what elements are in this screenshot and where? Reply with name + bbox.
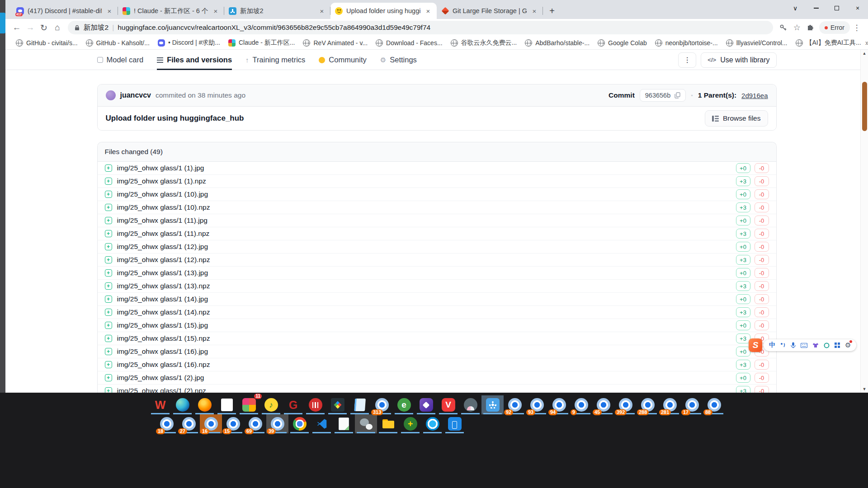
tab-training-metrics[interactable]: ↑Training metrics [245, 50, 305, 70]
parent-commit-link[interactable]: 2d916ea [741, 92, 768, 99]
file-link[interactable]: img/25_ohwx glass/1 (1).jpg [117, 164, 204, 172]
profile-error-pill[interactable]: Error [819, 21, 850, 34]
new-tab-button[interactable]: + [546, 5, 558, 17]
table-row[interactable]: +img/25_ohwx glass/1 (13).jpg+0-0 [98, 267, 776, 280]
extensions-puzzle-icon[interactable] [804, 21, 817, 34]
taskbar-icon-browser-profile[interactable]: 313 [371, 395, 393, 414]
bookmark-item[interactable]: lllyasviel/Control... [722, 38, 792, 47]
scroll-down-icon[interactable]: ▼ [861, 387, 868, 391]
taskbar-icon-browser-profile[interactable]: 392 [614, 395, 637, 414]
bookmark-item[interactable]: GitHub - civitai/s... [12, 38, 82, 47]
taskbar-icon-edge[interactable] [171, 395, 193, 414]
browser-tab[interactable]: ! Claude - 新工作区 - 6 个新项...× [118, 3, 224, 19]
taskbar-icon-browser-profile[interactable]: 45 [592, 395, 614, 414]
ime-toolbox-icon[interactable]: ⚙ [845, 341, 851, 349]
ime-chinese-mode[interactable]: 中 [769, 341, 775, 349]
browse-files-button[interactable]: Browse files [705, 110, 768, 127]
tab-files-and-versions[interactable]: Files and versions [157, 50, 232, 70]
ime-skin-icon[interactable] [812, 343, 819, 348]
tab-model-card[interactable]: Model card [97, 50, 144, 70]
ime-punct-icon[interactable] [780, 343, 786, 348]
use-with-library-button[interactable]: </> Use with library [701, 52, 776, 68]
browser-tab[interactable]: 417(417) Discord | #stable-diffusi...× [12, 3, 118, 19]
taskbar-icon-audio[interactable] [304, 395, 326, 414]
ime-circle-icon[interactable] [824, 343, 830, 348]
taskbar-icon-browser-profile[interactable]: 18 [156, 414, 178, 433]
table-row[interactable]: +img/25_ohwx glass/1 (15).npz+3-0 [98, 332, 776, 345]
table-row[interactable]: +img/25_ohwx glass/1 (11).npz+3-0 [98, 227, 776, 240]
taskbar-icon-eplus[interactable]: + [399, 414, 421, 433]
browser-tab[interactable]: 新加坡2× [224, 3, 330, 19]
page-scrollbar[interactable]: ▲ ▼ [860, 50, 868, 393]
file-link[interactable]: img/25_ohwx glass/1 (16).npz [117, 361, 210, 369]
file-link[interactable]: img/25_ohwx glass/1 (15).npz [117, 334, 210, 343]
maximize-button[interactable] [826, 0, 847, 16]
table-row[interactable]: +img/25_ohwx glass/1 (12).jpg+0-0 [98, 240, 776, 253]
file-link[interactable]: img/25_ohwx glass/1 (14).npz [117, 308, 210, 316]
taskbar-icon-browser-profile[interactable]: 39 [266, 414, 288, 433]
taskbar-icon-vscode[interactable] [311, 414, 333, 433]
taskbar-icon-phone[interactable] [443, 414, 466, 433]
taskbar-icon-document[interactable] [216, 395, 238, 414]
taskbar-icon-firefox[interactable] [193, 395, 216, 414]
tab-close-icon[interactable]: × [105, 7, 113, 15]
taskbar-icon-folder[interactable] [377, 414, 399, 433]
browser-tab[interactable]: Upload folder using huggingf...× [330, 3, 437, 19]
taskbar-icon-pot[interactable] [421, 414, 443, 433]
tab-close-icon[interactable]: × [212, 7, 220, 15]
bookmark-item[interactable]: Google Colab [594, 38, 651, 47]
taskbar-icon-browser-profile[interactable]: 9 [570, 395, 592, 414]
file-link[interactable]: img/25_ohwx glass/1 (1).npz [117, 177, 206, 185]
taskbar-icon-wechat[interactable] [355, 414, 377, 433]
file-link[interactable]: img/25_ohwx glass/1 (2).npz [117, 387, 206, 393]
file-link[interactable]: img/25_ohwx glass/1 (2).jpg [117, 374, 204, 382]
taskbar-icon-wps[interactable]: W [149, 395, 171, 414]
bookmark-item[interactable]: 谷歌云永久免费云... [447, 38, 521, 48]
taskbar-icon-browser-profile[interactable]: 288 [637, 395, 659, 414]
avatar[interactable] [106, 90, 116, 100]
file-link[interactable]: img/25_ohwx glass/1 (10).jpg [117, 190, 208, 198]
taskbar-icon-gridea[interactable]: G [282, 395, 304, 414]
copy-icon[interactable] [675, 92, 680, 99]
home-icon[interactable]: ⌂ [51, 21, 64, 34]
ime-mic-icon[interactable] [791, 342, 796, 348]
address-bar[interactable]: 新加坡2 | huggingface.co/juancvcv/realcarto… [68, 21, 773, 34]
taskbar-icon-notepad[interactable] [333, 414, 355, 433]
reload-icon[interactable]: ↻ [37, 21, 51, 34]
taskbar-icon-browser-profile[interactable]: 15 [222, 414, 244, 433]
bookmark-star-icon[interactable]: ☆ [790, 21, 804, 34]
password-key-icon[interactable] [777, 21, 790, 34]
taskbar-icon-music[interactable]: ♪ [260, 395, 282, 414]
table-row[interactable]: +img/25_ohwx glass/1 (14).npz+3-0 [98, 306, 776, 319]
taskbar-icon-browser-profile[interactable]: 92 [504, 395, 526, 414]
table-row[interactable]: +img/25_ohwx glass/1 (1).npz+3-0 [98, 175, 776, 188]
bookmark-item[interactable]: 【AI】免费AI工具... [792, 38, 865, 48]
bookmark-item[interactable]: neonbjb/tortoise-... [651, 38, 722, 47]
tab-close-icon[interactable]: × [530, 7, 538, 15]
taskbar-icon-vivaldi[interactable]: V [437, 395, 459, 414]
taskbar-icon-browser-profile[interactable]: 281 [659, 395, 681, 414]
table-row[interactable]: +img/25_ohwx glass/1 (2).npz+3-0 [98, 385, 776, 393]
taskbar-icon-terminal[interactable] [326, 395, 349, 414]
file-link[interactable]: img/25_ohwx glass/1 (12).jpg [117, 243, 208, 251]
taskbar-icon-network-app[interactable] [481, 395, 504, 414]
taskbar-icon-browser-profile[interactable]: 88 [703, 395, 725, 414]
ime-keyboard-icon[interactable] [801, 343, 807, 348]
table-row[interactable]: +img/25_ohwx glass/1 (14).jpg+0-0 [98, 293, 776, 306]
taskbar-icon-browser-profile[interactable]: 16 [200, 414, 222, 433]
file-link[interactable]: img/25_ohwx glass/1 (15).jpg [117, 321, 208, 329]
browser-menu-icon[interactable]: ⋮ [850, 21, 863, 34]
commit-hash-pill[interactable]: 963656b [640, 89, 686, 102]
bookmark-item[interactable]: • Discord | #求助... [154, 38, 224, 48]
taskbar-icon-photos[interactable]: 11 [238, 395, 260, 414]
bookmark-item[interactable]: GitHub - Kahsolt/... [82, 38, 154, 47]
close-button[interactable]: × [847, 0, 868, 16]
file-link[interactable]: img/25_ohwx glass/1 (13).npz [117, 282, 210, 290]
table-row[interactable]: +img/25_ohwx glass/1 (16).jpg+0-0 [98, 345, 776, 358]
taskbar-icon-browser-profile[interactable]: 17 [681, 395, 703, 414]
scrollbar-thumb[interactable] [862, 82, 867, 131]
browser-tab[interactable]: Git Large File Storage | Git Lar...× [437, 3, 543, 19]
table-row[interactable]: +img/25_ohwx glass/1 (10).jpg+0-0 [98, 188, 776, 201]
table-row[interactable]: +img/25_ohwx glass/1 (1).jpg+0-0 [98, 162, 776, 175]
scroll-up-icon[interactable]: ▲ [861, 51, 868, 56]
